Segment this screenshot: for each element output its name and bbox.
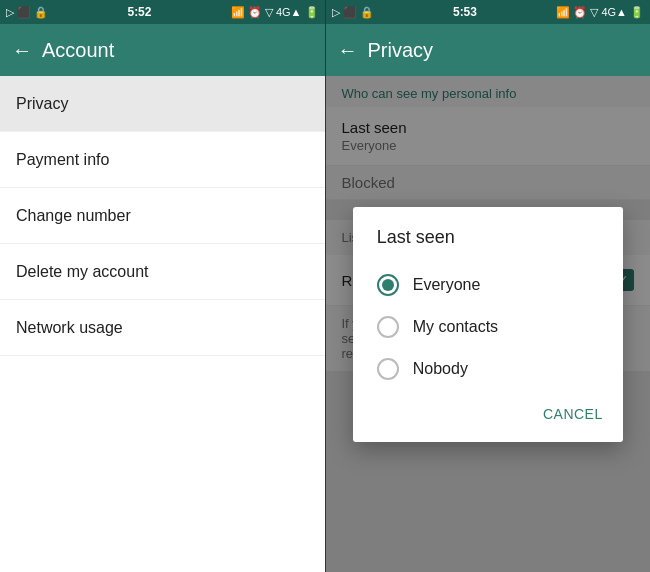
- alarm-icon-r: ⏰: [573, 6, 587, 19]
- radio-my-contacts-label: My contacts: [413, 318, 498, 336]
- wifi-icon-r: ▽: [590, 6, 598, 19]
- privacy-content-wrapper: Who can see my personal info Last seen E…: [326, 76, 651, 572]
- wifi-icon: ▽: [265, 6, 273, 19]
- last-seen-dialog: Last seen Everyone My contacts Nobody CA…: [353, 207, 623, 442]
- status-bar-left: ▷ ⬛ 🔒 5:52 📶 ⏰ ▽ 4G▲ 🔋: [0, 0, 325, 24]
- toolbar-left: ← Account: [0, 24, 325, 76]
- time-right: 5:53: [453, 5, 477, 19]
- radio-option-everyone[interactable]: Everyone: [353, 264, 623, 306]
- battery-icon: 🔋: [305, 6, 319, 19]
- radio-nobody-label: Nobody: [413, 360, 468, 378]
- page-title-right: Privacy: [368, 39, 639, 62]
- sim-icon: ▷: [6, 6, 14, 19]
- time-left: 5:52: [127, 5, 151, 19]
- menu-item-privacy[interactable]: Privacy: [0, 76, 325, 132]
- privacy-panel: ▷ ⬛ 🔒 5:53 📶 ⏰ ▽ 4G▲ 🔋 ← Privacy Who can…: [326, 0, 651, 572]
- menu-item-payment-info[interactable]: Payment info: [0, 132, 325, 188]
- menu-item-change-number[interactable]: Change number: [0, 188, 325, 244]
- signal-icons-right: 📶 ⏰ ▽ 4G▲ 🔋: [556, 6, 644, 19]
- signal-icons-left: 📶 ⏰ ▽ 4G▲ 🔋: [231, 6, 319, 19]
- radio-nobody[interactable]: [377, 358, 399, 380]
- status-icons-left: ▷ ⬛ 🔒: [6, 6, 48, 19]
- menu-item-network-usage[interactable]: Network usage: [0, 300, 325, 356]
- back-button-right[interactable]: ←: [338, 39, 358, 62]
- dialog-title: Last seen: [353, 227, 623, 264]
- menu-item-delete-account[interactable]: Delete my account: [0, 244, 325, 300]
- status-bar-right: ▷ ⬛ 🔒 5:53 📶 ⏰ ▽ 4G▲ 🔋: [326, 0, 651, 24]
- radio-my-contacts[interactable]: [377, 316, 399, 338]
- radio-everyone-label: Everyone: [413, 276, 481, 294]
- signal-icon: 📶: [231, 6, 245, 19]
- toolbar-right: ← Privacy: [326, 24, 651, 76]
- account-menu: Privacy Payment info Change number Delet…: [0, 76, 325, 572]
- radio-everyone[interactable]: [377, 274, 399, 296]
- 4g-icon-r: 4G▲: [601, 6, 627, 18]
- dialog-overlay: Last seen Everyone My contacts Nobody CA…: [326, 76, 651, 572]
- signal-icon-r: 📶: [556, 6, 570, 19]
- radio-option-my-contacts[interactable]: My contacts: [353, 306, 623, 348]
- lock-icon: 🔒: [34, 6, 48, 19]
- sim-icon-r: ▷: [332, 6, 340, 19]
- dialog-actions: CANCEL: [353, 390, 623, 434]
- battery-icon-r: 🔋: [630, 6, 644, 19]
- square-icon: ⬛: [17, 6, 31, 19]
- radio-option-nobody[interactable]: Nobody: [353, 348, 623, 390]
- page-title-left: Account: [42, 39, 313, 62]
- status-icons-right: ▷ ⬛ 🔒: [332, 6, 374, 19]
- square-icon-r: ⬛: [343, 6, 357, 19]
- cancel-button[interactable]: CANCEL: [531, 398, 615, 430]
- 4g-icon: 4G▲: [276, 6, 302, 18]
- alarm-icon: ⏰: [248, 6, 262, 19]
- back-button-left[interactable]: ←: [12, 39, 32, 62]
- lock-icon-r: 🔒: [360, 6, 374, 19]
- account-panel: ▷ ⬛ 🔒 5:52 📶 ⏰ ▽ 4G▲ 🔋 ← Account Privacy…: [0, 0, 326, 572]
